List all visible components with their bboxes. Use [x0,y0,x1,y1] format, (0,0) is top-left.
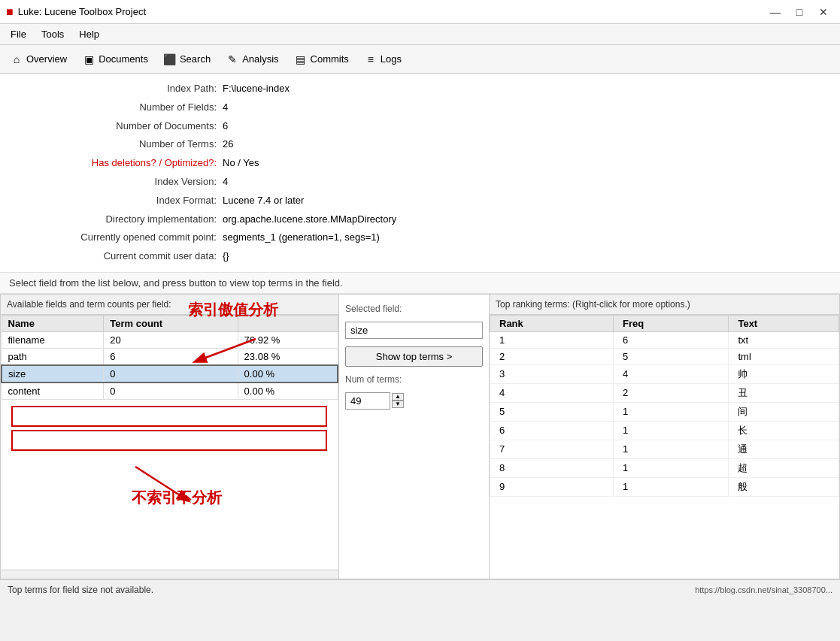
list-item[interactable]: 5 1 间 [490,402,839,421]
table-row[interactable]: content 0 0.00 % [2,382,338,400]
tab-search-label: Search [180,53,211,65]
table-row[interactable]: filename 20 76.92 % [2,331,338,348]
info-row: Number of Documents: 6 [12,117,828,136]
fields-table-scroll[interactable]: Name Term count filename 20 76.92 % path… [1,315,338,570]
maximize-button[interactable]: □ [789,4,810,20]
info-row: Directory implementation: org.apache.luc… [12,210,828,229]
info-label: Currently opened commit point: [12,230,223,246]
menu-file[interactable]: File [3,27,34,41]
info-value: 4 [223,100,228,116]
table-row[interactable]: size 0 0.00 % [2,365,338,382]
app-icon: ■ [6,5,14,19]
term-freq: 5 [613,348,728,364]
num-terms-down[interactable]: ▼ [392,401,404,408]
field-count: 0 [104,382,238,400]
tab-search[interactable]: ⬛ Search [156,48,217,71]
table-row[interactable]: path 6 23.08 % [2,348,338,365]
term-rank: 5 [490,402,614,421]
info-value: 26 [223,137,233,153]
tab-commits[interactable]: ▤ Commits [287,48,356,71]
tab-analysis-label: Analysis [242,53,278,65]
right-panel: Top ranking terms: (Right-click for more… [490,295,839,579]
tab-logs[interactable]: ≡ Logs [357,48,408,71]
commits-icon: ▤ [294,53,308,66]
search-icon: ⬛ [163,53,177,66]
selected-field-input[interactable] [345,322,483,339]
info-label: Number of Terms: [12,137,223,153]
list-item[interactable]: 4 2 丑 [490,383,839,402]
field-name: filename [2,331,104,348]
top-terms-scroll[interactable]: Rank Freq Text 1 6 txt 2 5 tml 3 4 帅 4 2… [490,315,839,579]
title-bar-left: ■ Luke: Lucene Toolbox Project [6,5,146,19]
menu-tools[interactable]: Tools [34,27,71,41]
menu-help[interactable]: Help [71,27,107,41]
info-label: Current commit user data: [12,249,223,265]
analysis-icon: ✎ [226,53,239,66]
term-text: tml [729,348,839,364]
num-terms-input[interactable] [345,392,390,410]
field-name: size [2,365,104,382]
field-pct: 0.00 % [238,382,338,400]
list-item[interactable]: 9 1 般 [490,477,839,496]
info-row: Current commit user data: {} [12,247,828,266]
term-freq: 6 [613,331,728,348]
show-top-terms-button[interactable]: Show top terms > [345,346,483,367]
info-label: Has deletions? / Optimized?: [12,156,223,171]
app-title: Luke: Lucene Toolbox Project [18,6,146,17]
col-text: Text [729,315,839,331]
term-rank: 4 [490,383,614,402]
list-item[interactable]: 2 5 tml [490,348,839,364]
term-text: 丑 [729,383,839,402]
info-row: Index Version: 4 [12,173,828,192]
info-row: Index Format: Lucene 7.4 or later [12,192,828,210]
left-panel-title: Available fields and term counts per fie… [1,295,338,315]
term-text: 通 [729,440,839,458]
num-terms-label: Num of terms: [345,374,483,385]
info-row: Number of Fields: 4 [12,98,828,117]
term-freq: 2 [613,383,728,402]
list-item[interactable]: 1 6 txt [490,331,839,348]
info-label: Index Format: [12,193,223,209]
status-message: Top terms for field size not available. [8,585,153,595]
minimize-button[interactable]: — [765,4,786,20]
term-rank: 7 [490,440,614,458]
tab-analysis[interactable]: ✎ Analysis [219,48,285,71]
info-row: Index Path: F:\lucene-index [12,80,828,98]
term-rank: 1 [490,331,614,348]
status-link: https://blog.csdn.net/sinat_3308700... [695,585,832,594]
field-pct: 0.00 % [238,365,338,382]
list-item[interactable]: 8 1 超 [490,458,839,477]
term-freq: 4 [613,364,728,383]
field-count: 6 [104,348,238,365]
right-panel-title: Top ranking terms: (Right-click for more… [490,295,839,315]
close-button[interactable]: ✕ [813,4,834,20]
term-text: 帅 [729,364,839,383]
term-freq: 1 [613,402,728,421]
term-text: txt [729,331,839,348]
info-row: Number of Terms: 26 [12,135,828,154]
col-freq: Freq [613,315,728,331]
tab-overview[interactable]: ⌂ Overview [3,48,74,71]
tab-commits-label: Commits [311,53,349,65]
title-bar-controls: — □ ✕ [765,4,834,20]
term-text: 般 [729,477,839,496]
term-freq: 1 [613,458,728,477]
list-item[interactable]: 3 4 帅 [490,364,839,383]
tab-documents-label: Documents [99,53,148,65]
list-item[interactable]: 6 1 长 [490,421,839,440]
menu-bar: File Tools Help [0,24,840,45]
num-terms-spinner: ▲ ▼ [392,393,404,408]
col-pct [238,315,338,331]
panels-wrapper: Available fields and term counts per fie… [0,294,840,579]
left-panel-scrollbar[interactable] [1,570,338,579]
term-rank: 9 [490,477,614,496]
term-rank: 6 [490,421,614,440]
tab-documents[interactable]: ▣ Documents [75,48,155,71]
term-text: 间 [729,402,839,421]
info-label: Index Path: [12,81,223,97]
tab-overview-label: Overview [26,53,67,65]
logs-icon: ≡ [364,53,378,66]
list-item[interactable]: 7 1 通 [490,440,839,458]
status-bar: Top terms for field size not available. … [0,579,840,600]
num-terms-up[interactable]: ▲ [392,393,404,401]
